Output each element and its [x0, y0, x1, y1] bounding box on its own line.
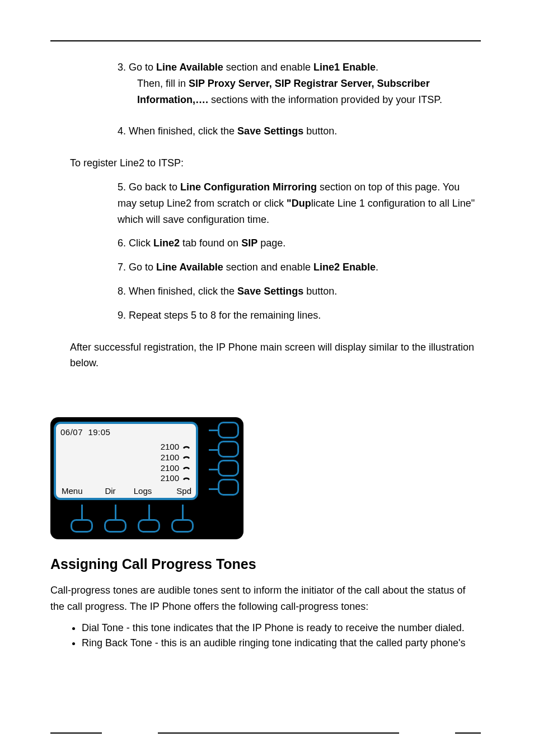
handset-icon [182, 476, 190, 482]
step-6: 6. Click Line2 tab found on SIP page. [50, 235, 481, 251]
page-bottom-rule [50, 732, 481, 734]
step4-b: Save Settings [237, 125, 303, 137]
softkey-button-2 [104, 505, 127, 533]
step6-post: page. [257, 237, 285, 249]
phone-softkey-buttons [54, 500, 240, 535]
step6-pre: 6. Click [118, 237, 153, 249]
section-intro: Call-progress tones are audible tones se… [50, 582, 481, 615]
phone-line-1-num: 2100 [161, 442, 179, 452]
phone-line-2: 2100 [161, 452, 190, 463]
register-line2-head: To register Line2 to ITSP: [50, 155, 481, 171]
phone-screen: 06/07 19:05 2100 2100 2100 2100 Menu Dir… [54, 422, 198, 500]
step6-b2: SIP [241, 237, 257, 249]
step3-post2: sections with the information provided b… [208, 94, 442, 105]
step7-pre: 7. Go to [118, 262, 156, 273]
step5-b2: "Dup [287, 198, 311, 209]
step8-pre: 8. When finished, click the [118, 286, 237, 297]
step-3a: 3. Go to Line Available section and enab… [50, 59, 481, 76]
step-9: 9. Repeat steps 5 to 8 for the remaining… [50, 307, 481, 324]
softkey-logs: Logs [127, 486, 159, 496]
line-button-1 [218, 422, 239, 438]
step4-pre: 4. When finished, click the [118, 125, 237, 137]
softkey-dir: Dir [94, 486, 127, 496]
phone-softkey-labels: Menu Dir Logs Spd [56, 486, 196, 496]
step7-b2: Line2 Enable [313, 262, 376, 273]
handset-icon [182, 465, 190, 471]
phone-line-3-num: 2100 [161, 463, 179, 474]
line-connector [209, 488, 218, 490]
step7-b1: Line Available [156, 262, 223, 273]
softkey-button-1 [71, 505, 93, 533]
line-button-2 [218, 441, 239, 458]
step3-pre2: Then, fill in [137, 78, 189, 89]
phone-line-2-num: 2100 [161, 452, 179, 463]
note: After successful registration, the IP Ph… [50, 339, 481, 372]
step5-pre: 5. Go back to [118, 181, 180, 193]
phone-line-4: 2100 [161, 473, 190, 484]
step4-post: button. [303, 125, 337, 137]
step7-mid: section and enable [223, 262, 313, 273]
step-7: 7. Go to Line Available section and enab… [50, 259, 481, 276]
softkey-button-3 [138, 505, 160, 533]
line-button-3 [218, 460, 239, 477]
section-heading: Assigning Call Progress Tones [50, 556, 481, 572]
line-connector [209, 430, 218, 431]
phone-side-buttons [218, 422, 239, 496]
step-5: 5. Go back to Line Configuration Mirrori… [50, 179, 481, 227]
line-button-4 [218, 479, 239, 496]
step3-b1: Line Available [156, 62, 223, 73]
step-4: 4. When finished, click the Save Setting… [50, 123, 481, 139]
step5-b1: Line Configuration Mirroring [180, 181, 317, 193]
handset-icon [182, 455, 190, 460]
step3-mid1: section and enable [223, 62, 313, 73]
softkey-menu: Menu [59, 486, 94, 496]
step3-post1: . [376, 62, 378, 73]
phone-line-3: 2100 [161, 463, 190, 474]
phone-illustration: 06/07 19:05 2100 2100 2100 2100 Menu Dir… [50, 417, 243, 539]
step6-b1: Line2 [153, 237, 180, 249]
phone-time: 19:05 [88, 427, 110, 437]
phone-line-list: 2100 2100 2100 2100 [161, 442, 190, 484]
phone-line-4-num: 2100 [161, 473, 179, 484]
step-3b: Then, fill in SIP Proxy Server, SIP Regi… [50, 76, 481, 108]
step3-b2: Line1 Enable [313, 62, 376, 73]
line-connector [209, 449, 218, 451]
step6-mid: tab found on [180, 237, 241, 249]
step-8: 8. When finished, click the Save Setting… [50, 283, 481, 300]
softkey-button-4 [171, 505, 194, 533]
tone-list: Dial Tone - this tone indicates that the… [50, 620, 481, 651]
phone-date: 06/07 [60, 427, 83, 437]
step8-b: Save Settings [237, 286, 303, 297]
softkey-spd: Spd [159, 486, 193, 496]
phone-datetime: 06/07 19:05 [60, 427, 193, 437]
tone-dial: Dial Tone - this tone indicates that the… [82, 620, 481, 636]
phone-line-1: 2100 [161, 442, 190, 452]
line-connector [209, 469, 218, 470]
step3-pre1: 3. Go to [118, 62, 156, 73]
step8-post: button. [303, 286, 337, 297]
step7-post: . [376, 262, 378, 273]
tone-ringback: Ring Back Tone - this is an audible ring… [82, 636, 481, 651]
handset-icon [182, 445, 190, 450]
